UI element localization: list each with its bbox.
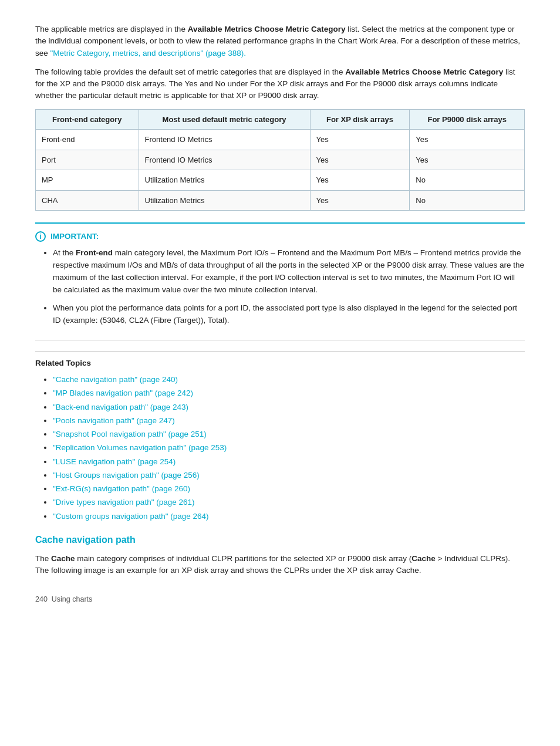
related-topic-item: "Host Groups navigation path" (page 256)	[53, 470, 525, 481]
table-header-cell: For P9000 disk arrays	[410, 109, 525, 130]
table-cell: Yes	[310, 150, 410, 170]
metrics-table: Front-end categoryMost used default metr…	[35, 109, 525, 211]
related-topic-item: "Cache navigation path" (page 240)	[53, 374, 525, 386]
related-topic-link[interactable]: "Replication Volumes navigation path" (p…	[53, 443, 227, 452]
related-topic-link[interactable]: "Drive types navigation path" (page 261)	[53, 498, 194, 507]
related-topic-item: "Drive types navigation path" (page 261)	[53, 497, 525, 508]
table-cell: Utilization Metrics	[139, 170, 310, 191]
related-topic-item: "Back-end navigation path" (page 243)	[53, 401, 525, 413]
related-topics-list: "Cache navigation path" (page 240)"MP Bl…	[53, 374, 525, 522]
table-cell: Yes	[410, 130, 525, 150]
related-topic-link[interactable]: "Custom groups navigation path" (page 26…	[53, 512, 209, 521]
important-label: i IMPORTANT:	[35, 231, 525, 242]
table-cell: Port	[36, 150, 139, 170]
table-header-cell: Front-end category	[36, 109, 139, 130]
related-topic-link[interactable]: "MP Blades navigation path" (page 242)	[53, 389, 193, 397]
cache-section: Cache navigation path The Cache main cat…	[35, 533, 525, 577]
table-cell: Yes	[310, 170, 410, 191]
related-topic-link[interactable]: "Cache navigation path" (page 240)	[53, 375, 178, 384]
table-cell: No	[410, 190, 525, 211]
related-topic-item: "Replication Volumes navigation path" (p…	[53, 442, 525, 454]
important-bullet: When you plot the performance data point…	[53, 302, 525, 327]
table-cell: Frontend IO Metrics	[139, 130, 310, 150]
cache-section-heading: Cache navigation path	[35, 533, 525, 547]
table-cell: Utilization Metrics	[139, 190, 310, 211]
table-row: CHAUtilization MetricsYesNo	[36, 190, 525, 211]
metric-category-link[interactable]: "Metric Category, metrics, and descripti…	[50, 49, 246, 58]
table-cell: No	[410, 170, 525, 191]
important-bullets: At the Front-end main category level, th…	[53, 247, 525, 327]
table-header-cell: Most used default metric category	[139, 109, 310, 130]
table-cell: MP	[36, 170, 139, 191]
related-topic-link[interactable]: "Ext-RG(s) navigation path" (page 260)	[53, 484, 190, 493]
table-row: Front-endFrontend IO MetricsYesYes	[36, 130, 525, 150]
table-row: PortFrontend IO MetricsYesYes	[36, 150, 525, 170]
related-topics-section: Related Topics "Cache navigation path" (…	[35, 351, 525, 522]
table-cell: Yes	[310, 130, 410, 150]
related-topic-item: "Ext-RG(s) navigation path" (page 260)	[53, 483, 525, 495]
related-topic-item: "LUSE navigation path" (page 254)	[53, 456, 525, 468]
related-topic-link[interactable]: "Snapshot Pool navigation path" (page 25…	[53, 430, 207, 438]
related-topic-item: "Snapshot Pool navigation path" (page 25…	[53, 428, 525, 440]
table-cell: Front-end	[36, 130, 139, 150]
related-topic-link[interactable]: "Host Groups navigation path" (page 256)	[53, 471, 200, 480]
related-topics-title: Related Topics	[35, 357, 525, 369]
related-topic-link[interactable]: "Pools navigation path" (page 247)	[53, 416, 175, 425]
intro-para2: The following table provides the default…	[35, 66, 525, 102]
cache-para: The Cache main category comprises of ind…	[35, 553, 525, 577]
important-icon: i	[35, 231, 46, 242]
table-header-cell: For XP disk arrays	[310, 109, 410, 130]
table-cell: Frontend IO Metrics	[139, 150, 310, 170]
related-topic-link[interactable]: "LUSE navigation path" (page 254)	[53, 457, 176, 466]
table-cell: Yes	[310, 190, 410, 211]
related-topic-link[interactable]: "Back-end navigation path" (page 243)	[53, 403, 188, 411]
table-cell: CHA	[36, 190, 139, 211]
table-row: MPUtilization MetricsYesNo	[36, 170, 525, 191]
page-footer: 240 Using charts	[35, 594, 525, 605]
table-cell: Yes	[410, 150, 525, 170]
intro-para1: The applicable metrics are displayed in …	[35, 23, 525, 59]
related-topic-item: "MP Blades navigation path" (page 242)	[53, 387, 525, 399]
related-topic-item: "Pools navigation path" (page 247)	[53, 415, 525, 427]
related-topic-item: "Custom groups navigation path" (page 26…	[53, 511, 525, 522]
table-header-row: Front-end categoryMost used default metr…	[36, 109, 525, 130]
important-bullet: At the Front-end main category level, th…	[53, 247, 525, 296]
important-section: i IMPORTANT: At the Front-end main categ…	[35, 222, 525, 340]
